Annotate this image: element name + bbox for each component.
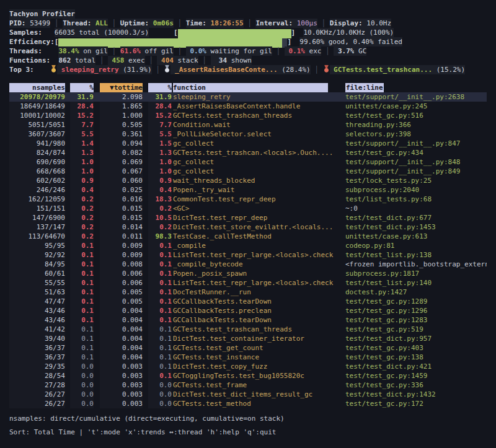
table-row[interactable]: 36/370.10.0040.1GCTests.test_instancetes… — [9, 353, 487, 362]
cell-tottime: 0.016 — [94, 195, 143, 204]
cell-function: DictTest.test_repr_deep — [172, 213, 336, 222]
cell-direct-pct: 1.0 — [65, 157, 94, 167]
cell-tottime: 1.865 — [94, 102, 143, 111]
table-row[interactable]: 47/470.10.0050.1GCCallbackTests.tearDown… — [9, 297, 487, 306]
cell-function: DictTest.test_copy_fuzz — [172, 362, 336, 371]
cell-function: Condition.wait — [172, 120, 336, 130]
cell-function: GCTests.test_trashcan.<locals>.Ouch.... — [172, 148, 336, 157]
cell-direct-pct: 7.7 — [65, 120, 94, 130]
table-row[interactable]: 92/920.10.0090.1ListTest.test_repr_large… — [9, 250, 487, 260]
table-row[interactable]: 246/2460.40.0250.4Popen._try_waitsubproc… — [9, 185, 487, 195]
cell-tottime: 2.098 — [94, 92, 143, 102]
cell-fileline: test/test_gc.py:403 — [336, 343, 487, 353]
table-row[interactable]: 84/950.10.0080.1_compile_bytecode<frozen… — [9, 260, 487, 269]
table-row[interactable]: 41/420.10.0040.1GCTests.test_trashcan_th… — [9, 325, 487, 334]
table-row[interactable]: 39/400.10.0040.1DictTest.test_container_… — [9, 334, 487, 343]
cell-tottime: 0.003 — [94, 362, 143, 371]
cell-nsamples: 41/42 — [9, 325, 65, 334]
cell-cum-pct: 0.1 — [143, 250, 172, 260]
cell-cum-pct: 0.0 — [143, 399, 172, 408]
cell-nsamples: 36/37 — [9, 353, 65, 362]
table-row[interactable]: 28/540.00.0030.1GCTogglingTests.test_bug… — [9, 371, 487, 380]
table-row[interactable]: 5051/50517.70.5057.7Condition.waitthread… — [9, 120, 487, 130]
table-row[interactable]: 151/1510.20.0150.2<GC>~:0 — [9, 204, 487, 213]
cell-fileline: ~:0 — [336, 204, 487, 213]
table-row[interactable]: 690/6901.00.0691.0gc_collecttest/support… — [9, 157, 487, 167]
cell-fileline: subprocess.py:1817 — [336, 269, 487, 278]
table-row[interactable]: 95/950.10.0090.1_compilecodeop.py:81 — [9, 241, 487, 250]
cell-nsamples: 151/151 — [9, 204, 65, 213]
table-row[interactable]: 137/1470.20.0140.2DictTest.test_store_ev… — [9, 222, 487, 232]
col-header-direct-pct[interactable]: % — [65, 83, 94, 92]
table-row[interactable]: 10001/1000215.21.00015.2GCTests.test_tra… — [9, 111, 487, 120]
cell-tottime: 0.067 — [94, 167, 143, 176]
table-row[interactable]: 27/280.00.0030.0GCTests.test_frametest/t… — [9, 380, 487, 390]
cell-tottime: 0.004 — [94, 343, 143, 353]
cell-direct-pct: 31.9 — [65, 92, 94, 102]
cell-nsamples: 60/61 — [9, 269, 65, 278]
table-row[interactable]: 113/646700.20.01198.3TestCase._callTestM… — [9, 232, 487, 241]
table-row[interactable]: 162/120590.20.01618.3CommonTest.test_rep… — [9, 195, 487, 204]
cell-cum-pct: 0.1 — [143, 241, 172, 250]
table-row[interactable]: 20978/2097931.92.09831.9sleeping_retryte… — [9, 92, 487, 102]
cell-direct-pct: 0.2 — [65, 195, 94, 204]
cell-function: TestCase._callTestMethod — [172, 232, 336, 241]
table-row[interactable]: 26/270.00.0030.0DictTest.test_dict_items… — [9, 390, 487, 399]
cell-direct-pct: 0.1 — [65, 325, 94, 334]
cell-fileline: test/list_tests.py:68 — [336, 195, 487, 204]
table-row[interactable]: 36/370.10.0040.1GCTests.test_get_countte… — [9, 343, 487, 353]
cell-nsamples: 51/63 — [9, 288, 65, 297]
cell-nsamples: 43/46 — [9, 315, 65, 325]
table-row[interactable]: 602/6020.90.0600.9wait_threads_blockedte… — [9, 176, 487, 185]
cell-function: _PollLikeSelector.select — [172, 130, 336, 139]
table-header-row: nsamples % ▼tottime % function file:line — [9, 83, 487, 92]
cell-nsamples: 602/602 — [9, 176, 65, 185]
cell-function: GCTests.test_trashcan_threads — [172, 111, 336, 120]
table-row[interactable]: 668/6681.00.0671.0gc_collecttest/support… — [9, 167, 487, 176]
app-title: Tachyon Profiler — [9, 9, 487, 19]
table-row[interactable]: 147/69000.20.01510.5DictTest.test_repr_d… — [9, 213, 487, 222]
table-row[interactable]: 43/460.10.0040.1GCCallbackTests.tearDown… — [9, 315, 487, 325]
cell-fileline: test/support/__init__.py:847 — [336, 139, 487, 148]
cell-fileline: test/test_gc.py:434 — [336, 148, 487, 157]
cell-fileline: test/support/__init__.py:848 — [336, 157, 487, 167]
table-row[interactable]: 43/460.10.0040.1GCCallbackTests.preclean… — [9, 306, 487, 315]
col-header-fileline[interactable]: file:line — [336, 83, 487, 92]
cell-fileline: subprocess.py:2040 — [336, 185, 487, 195]
cell-nsamples: 824/874 — [9, 148, 65, 157]
cell-direct-pct: 0.1 — [65, 306, 94, 315]
cell-tottime: 0.004 — [94, 325, 143, 334]
cell-function: GCTests.test_method — [172, 399, 336, 408]
table-row[interactable]: 3607/36075.50.3615.5_PollLikeSelector.se… — [9, 130, 487, 139]
col-header-function[interactable]: function — [172, 83, 336, 92]
cell-fileline: test/test_gc.py:336 — [336, 380, 487, 390]
col-header-cum-pct[interactable]: % — [143, 83, 172, 92]
table-row[interactable]: 941/9801.40.0941.5gc_collecttest/support… — [9, 139, 487, 148]
cell-nsamples: 20978/20979 — [9, 92, 65, 102]
cell-fileline: test/test_list.py:138 — [336, 250, 487, 260]
cell-fileline: test/test_gc.py:516 — [336, 111, 487, 120]
cell-function: GCTests.test_trashcan_threads — [172, 325, 336, 334]
cell-nsamples: 36/37 — [9, 343, 65, 353]
table-row[interactable]: 55/550.10.0060.1ListTest.test_repr_large… — [9, 278, 487, 288]
cell-fileline: threading.py:366 — [336, 120, 487, 130]
table-row[interactable]: 51/630.10.0050.1DocTestRunner.__rundocte… — [9, 288, 487, 297]
col-header-tottime[interactable]: ▼tottime — [94, 83, 143, 92]
cell-nsamples: 113/64670 — [9, 232, 65, 241]
cell-cum-pct: 1.0 — [143, 167, 172, 176]
cell-nsamples: 84/95 — [9, 260, 65, 269]
table-row[interactable]: 29/350.00.0030.1DictTest.test_copy_fuzzt… — [9, 362, 487, 371]
cell-function: DictTest.test_dict_items_result_gc — [172, 390, 336, 399]
cell-cum-pct: 0.1 — [143, 353, 172, 362]
table-row[interactable]: 824/8741.30.0821.3GCTests.test_trashcan.… — [9, 148, 487, 157]
top3-line: Top 3: sleeping_retry (31.9%) │ _AssertR… — [9, 65, 487, 74]
cell-tottime: 0.015 — [94, 204, 143, 213]
col-header-nsamples[interactable]: nsamples — [9, 83, 65, 92]
table-row[interactable]: 60/610.10.0060.1Popen._posix_spawnsubpro… — [9, 269, 487, 278]
cell-nsamples: 690/690 — [9, 157, 65, 167]
footer: nsamples: direct/cumulative (direct=exec… — [9, 414, 487, 437]
cell-function: CommonTest.test_repr_deep — [172, 195, 336, 204]
cell-direct-pct: 0.1 — [65, 269, 94, 278]
table-row[interactable]: 26/270.00.0030.0GCTests.test_methodtest/… — [9, 399, 487, 408]
table-row[interactable]: 18649/1864928.41.86528.4_AssertRaisesBas… — [9, 102, 487, 111]
